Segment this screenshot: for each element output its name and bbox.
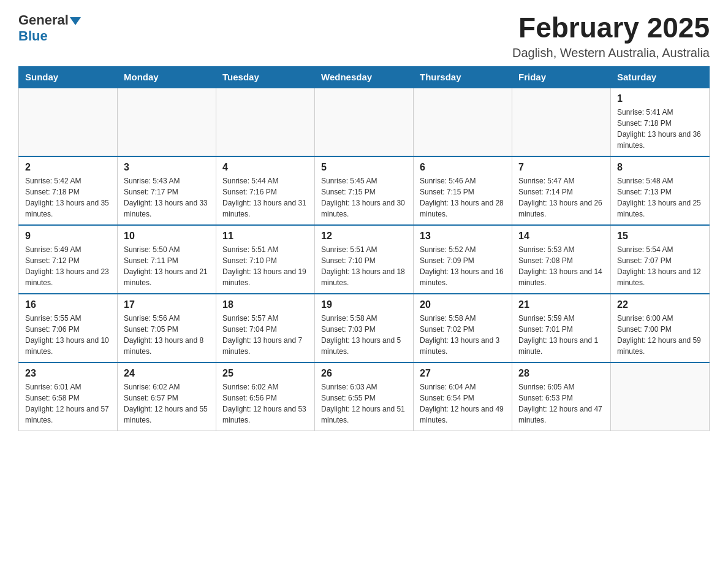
calendar-cell [414,88,512,156]
day-number: 19 [321,299,407,310]
day-number: 13 [420,231,506,242]
day-info: Sunrise: 5:53 AM Sunset: 7:08 PM Dayligh… [518,244,604,288]
calendar-cell: 24Sunrise: 6:02 AM Sunset: 6:57 PM Dayli… [118,362,216,431]
calendar-header-monday: Monday [118,66,216,88]
calendar-header-sunday: Sunday [19,66,118,88]
calendar-cell: 16Sunrise: 5:55 AM Sunset: 7:06 PM Dayli… [19,294,118,362]
day-info: Sunrise: 5:43 AM Sunset: 7:17 PM Dayligh… [124,175,210,220]
calendar-header-tuesday: Tuesday [216,66,315,88]
logo-blue-text: Blue [18,28,48,44]
calendar-cell: 21Sunrise: 5:59 AM Sunset: 7:01 PM Dayli… [512,294,611,362]
day-number: 28 [518,368,604,379]
calendar-header-saturday: Saturday [611,66,710,88]
calendar-cell: 1Sunrise: 5:41 AM Sunset: 7:18 PM Daylig… [611,88,710,156]
day-number: 22 [617,299,703,310]
week-row-4: 16Sunrise: 5:55 AM Sunset: 7:06 PM Dayli… [19,294,710,362]
calendar-cell: 6Sunrise: 5:46 AM Sunset: 7:15 PM Daylig… [414,156,512,225]
logo-triangle-icon [70,17,81,25]
day-info: Sunrise: 5:51 AM Sunset: 7:10 PM Dayligh… [222,244,308,288]
logo: General Blue [18,12,81,44]
day-number: 24 [124,368,210,379]
calendar-cell: 2Sunrise: 5:42 AM Sunset: 7:18 PM Daylig… [19,156,118,225]
week-row-5: 23Sunrise: 6:01 AM Sunset: 6:58 PM Dayli… [19,362,710,431]
day-number: 25 [222,368,308,379]
day-info: Sunrise: 5:49 AM Sunset: 7:12 PM Dayligh… [25,244,111,288]
day-info: Sunrise: 5:47 AM Sunset: 7:14 PM Dayligh… [518,175,604,220]
calendar-cell [512,88,611,156]
calendar-cell: 19Sunrise: 5:58 AM Sunset: 7:03 PM Dayli… [315,294,414,362]
day-info: Sunrise: 5:57 AM Sunset: 7:04 PM Dayligh… [222,313,308,357]
day-number: 12 [321,231,407,242]
day-number: 23 [25,368,111,379]
calendar-cell: 17Sunrise: 5:56 AM Sunset: 7:05 PM Dayli… [118,294,216,362]
day-number: 9 [25,231,111,242]
calendar-cell: 10Sunrise: 5:50 AM Sunset: 7:11 PM Dayli… [118,225,216,294]
day-number: 6 [420,162,506,173]
day-info: Sunrise: 5:48 AM Sunset: 7:13 PM Dayligh… [617,175,703,220]
calendar-cell: 20Sunrise: 5:58 AM Sunset: 7:02 PM Dayli… [414,294,512,362]
calendar-header-wednesday: Wednesday [315,66,414,88]
day-info: Sunrise: 5:56 AM Sunset: 7:05 PM Dayligh… [124,313,210,357]
calendar-cell [611,362,710,431]
calendar-header-friday: Friday [512,66,611,88]
day-info: Sunrise: 6:03 AM Sunset: 6:55 PM Dayligh… [321,381,407,426]
day-info: Sunrise: 5:58 AM Sunset: 7:03 PM Dayligh… [321,313,407,357]
day-number: 7 [518,162,604,173]
calendar-cell [118,88,216,156]
calendar-cell [216,88,315,156]
day-number: 4 [222,162,308,173]
day-info: Sunrise: 5:58 AM Sunset: 7:02 PM Dayligh… [420,313,506,357]
calendar-cell: 22Sunrise: 6:00 AM Sunset: 7:00 PM Dayli… [611,294,710,362]
calendar-cell: 14Sunrise: 5:53 AM Sunset: 7:08 PM Dayli… [512,225,611,294]
page-header: General Blue February 2025 Daglish, West… [18,12,710,60]
day-info: Sunrise: 6:00 AM Sunset: 7:00 PM Dayligh… [617,313,703,357]
calendar-table: SundayMondayTuesdayWednesdayThursdayFrid… [18,66,710,431]
calendar-cell: 27Sunrise: 6:04 AM Sunset: 6:54 PM Dayli… [414,362,512,431]
day-number: 2 [25,162,111,173]
calendar-cell: 12Sunrise: 5:51 AM Sunset: 7:10 PM Dayli… [315,225,414,294]
calendar-cell: 13Sunrise: 5:52 AM Sunset: 7:09 PM Dayli… [414,225,512,294]
calendar-cell: 7Sunrise: 5:47 AM Sunset: 7:14 PM Daylig… [512,156,611,225]
day-number: 21 [518,299,604,310]
title-section: February 2025 Daglish, Western Australia… [512,12,710,60]
day-info: Sunrise: 5:59 AM Sunset: 7:01 PM Dayligh… [518,313,604,357]
location-subtitle: Daglish, Western Australia, Australia [512,46,710,60]
day-info: Sunrise: 5:45 AM Sunset: 7:15 PM Dayligh… [321,175,407,220]
calendar-cell: 9Sunrise: 5:49 AM Sunset: 7:12 PM Daylig… [19,225,118,294]
day-info: Sunrise: 5:51 AM Sunset: 7:10 PM Dayligh… [321,244,407,288]
calendar-header-row: SundayMondayTuesdayWednesdayThursdayFrid… [19,66,710,88]
day-info: Sunrise: 6:02 AM Sunset: 6:56 PM Dayligh… [222,381,308,426]
calendar-cell: 15Sunrise: 5:54 AM Sunset: 7:07 PM Dayli… [611,225,710,294]
calendar-cell: 23Sunrise: 6:01 AM Sunset: 6:58 PM Dayli… [19,362,118,431]
day-number: 5 [321,162,407,173]
day-number: 1 [617,93,703,104]
calendar-cell [315,88,414,156]
calendar-cell: 18Sunrise: 5:57 AM Sunset: 7:04 PM Dayli… [216,294,315,362]
month-title: February 2025 [512,12,710,44]
day-info: Sunrise: 5:54 AM Sunset: 7:07 PM Dayligh… [617,244,703,288]
calendar-cell: 25Sunrise: 6:02 AM Sunset: 6:56 PM Dayli… [216,362,315,431]
calendar-cell: 11Sunrise: 5:51 AM Sunset: 7:10 PM Dayli… [216,225,315,294]
day-info: Sunrise: 5:44 AM Sunset: 7:16 PM Dayligh… [222,175,308,220]
day-info: Sunrise: 6:01 AM Sunset: 6:58 PM Dayligh… [25,381,111,426]
week-row-3: 9Sunrise: 5:49 AM Sunset: 7:12 PM Daylig… [19,225,710,294]
day-info: Sunrise: 6:02 AM Sunset: 6:57 PM Dayligh… [124,381,210,426]
day-number: 11 [222,231,308,242]
calendar-cell: 26Sunrise: 6:03 AM Sunset: 6:55 PM Dayli… [315,362,414,431]
logo-general-text: General [18,12,69,28]
calendar-cell: 4Sunrise: 5:44 AM Sunset: 7:16 PM Daylig… [216,156,315,225]
day-info: Sunrise: 6:04 AM Sunset: 6:54 PM Dayligh… [420,381,506,426]
day-number: 14 [518,231,604,242]
calendar-cell: 3Sunrise: 5:43 AM Sunset: 7:17 PM Daylig… [118,156,216,225]
day-info: Sunrise: 5:41 AM Sunset: 7:18 PM Dayligh… [617,107,703,151]
day-number: 15 [617,231,703,242]
day-number: 17 [124,299,210,310]
calendar-cell: 8Sunrise: 5:48 AM Sunset: 7:13 PM Daylig… [611,156,710,225]
day-number: 18 [222,299,308,310]
day-info: Sunrise: 5:50 AM Sunset: 7:11 PM Dayligh… [124,244,210,288]
week-row-2: 2Sunrise: 5:42 AM Sunset: 7:18 PM Daylig… [19,156,710,225]
day-info: Sunrise: 6:05 AM Sunset: 6:53 PM Dayligh… [518,381,604,426]
day-number: 16 [25,299,111,310]
day-number: 3 [124,162,210,173]
day-number: 20 [420,299,506,310]
